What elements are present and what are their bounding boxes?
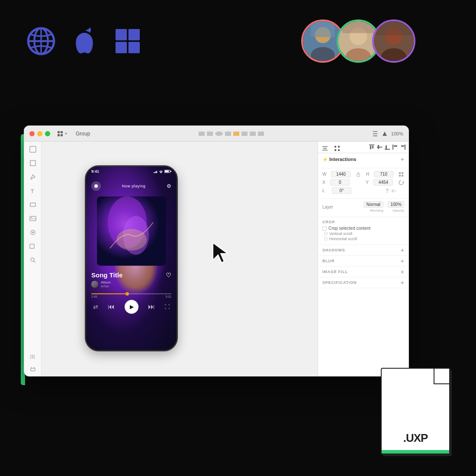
svg-rect-64 — [394, 145, 397, 147]
heart-button[interactable]: ♡ — [166, 272, 171, 279]
artist-row: Album Artist — [91, 280, 171, 288]
phone-settings-button[interactable]: ⚙ — [167, 183, 171, 189]
vertical-scroll-radio[interactable] — [324, 232, 328, 235]
minimize-button[interactable] — [37, 131, 42, 136]
svg-rect-66 — [401, 145, 404, 147]
song-title-text: Song Title — [91, 271, 122, 279]
svg-rect-43 — [170, 171, 171, 172]
layer-section: Layer Normal Blending 100% Opacity — [318, 199, 408, 217]
crop-title: CROP — [322, 220, 404, 224]
shadows-title: SHADOWS — [322, 248, 345, 252]
image-fill-section: IMAGE FILL + — [318, 267, 408, 277]
sidebar-image-tool[interactable] — [29, 214, 37, 223]
avatar-3[interactable] — [372, 19, 415, 63]
crop-selected-checkbox[interactable] — [322, 226, 327, 231]
sidebar-pen-tool[interactable] — [29, 173, 37, 181]
lock-icon[interactable] — [355, 171, 361, 177]
tab-distribute[interactable] — [333, 144, 341, 153]
svg-rect-70 — [399, 175, 401, 177]
progress-bar[interactable]: 2:45 5:01 — [91, 293, 171, 298]
playback-controls: ⇄ ⏮ ▶ ⏭ ⛶ — [91, 300, 171, 314]
blending-label: Blending — [370, 209, 383, 212]
shadows-header: SHADOWS + — [322, 247, 404, 254]
svg-rect-62 — [386, 145, 387, 149]
maximize-button[interactable] — [45, 131, 50, 136]
y-value[interactable]: 4454 — [373, 179, 393, 186]
align-middle-icon[interactable] — [376, 144, 383, 150]
rotation-value[interactable]: 0° — [332, 187, 351, 194]
sidebar-frame-tool[interactable] — [29, 159, 37, 167]
app-window: ▾ Group 100% — [24, 125, 409, 376]
horizontal-scroll-row[interactable]: Horizontal scroll — [324, 237, 404, 241]
shadows-add-button[interactable]: + — [401, 247, 404, 254]
svg-rect-61 — [385, 149, 390, 150]
specification-add-button[interactable]: + — [401, 279, 404, 286]
cursor-arrow — [210, 241, 232, 267]
align-top-icon[interactable] — [369, 144, 375, 150]
sidebar-text-tool[interactable]: T — [29, 187, 37, 195]
right-panel: ⚡ Interactions + W 1440 H 710 X — [318, 142, 408, 376]
svg-rect-71 — [402, 175, 403, 177]
shuffle-button[interactable]: ⇄ — [93, 303, 98, 310]
align-bottom-icon[interactable] — [384, 144, 390, 150]
svg-rect-60 — [378, 145, 379, 149]
phone-back-button[interactable] — [91, 181, 101, 191]
opacity-value[interactable]: 100% — [388, 201, 404, 208]
blur-add-button[interactable]: + — [401, 257, 404, 264]
fullscreen-button[interactable]: ⛶ — [164, 304, 170, 310]
horizontal-scroll-radio[interactable] — [324, 237, 328, 241]
svg-point-44 — [94, 184, 98, 188]
svg-rect-67 — [357, 174, 360, 177]
phone-status-bar: 9:41 — [86, 167, 177, 176]
height-value[interactable]: 710 — [374, 171, 393, 177]
flip-h-icon[interactable] — [385, 188, 390, 193]
sidebar-search-tool[interactable] — [29, 256, 37, 264]
svg-marker-24 — [383, 132, 387, 136]
interactions-add-button[interactable]: + — [401, 156, 404, 163]
image-fill-add-button[interactable]: + — [401, 268, 404, 275]
vertical-scroll-label: Vertical scroll — [329, 232, 352, 236]
platform-icons-group — [26, 26, 143, 56]
shadows-section: SHADOWS + — [318, 245, 408, 256]
blend-mode-value[interactable]: Normal — [363, 201, 383, 208]
tab-align[interactable] — [321, 144, 329, 153]
vertical-scroll-row[interactable]: Vertical scroll — [324, 232, 404, 236]
grid-icon[interactable] — [398, 171, 404, 177]
view-toggle[interactable]: ▾ — [57, 131, 67, 137]
crop-selected-row[interactable]: Crop selected content — [322, 226, 404, 231]
specification-title: SPECIFICATION — [322, 280, 357, 285]
play-pause-button[interactable]: ▶ — [125, 300, 138, 314]
album-art — [97, 196, 166, 266]
sidebar-component-tool[interactable] — [29, 228, 37, 237]
width-value[interactable]: 1440 — [331, 171, 351, 177]
svg-rect-11 — [311, 21, 334, 37]
flip-v-icon[interactable] — [391, 188, 396, 193]
svg-rect-55 — [338, 149, 340, 151]
align-left-icon[interactable] — [392, 144, 398, 150]
svg-rect-25 — [30, 146, 36, 152]
x-value[interactable]: 0 — [330, 179, 350, 186]
canvas-area[interactable]: 9:41 Now playing — [42, 142, 318, 376]
svg-rect-49 — [322, 146, 328, 147]
prev-button[interactable]: ⏮ — [108, 303, 115, 311]
sidebar-rect-tool[interactable] — [29, 200, 37, 209]
progress-dot[interactable] — [125, 292, 129, 296]
rotate-icon[interactable] — [398, 180, 404, 186]
sidebar-prototype-tool[interactable] — [29, 242, 37, 251]
svg-rect-53 — [338, 146, 340, 148]
specification-header: SPECIFICATION + — [322, 279, 404, 286]
svg-rect-15 — [342, 21, 374, 33]
x-label: X — [322, 180, 325, 185]
close-button[interactable] — [29, 131, 35, 136]
sidebar-plugin-tool[interactable] — [29, 364, 37, 373]
next-button[interactable]: ⏭ — [148, 303, 155, 311]
sidebar-select-tool[interactable] — [29, 145, 37, 154]
dimensions-section: W 1440 H 710 X 0 Y 4454 L 0° — [318, 168, 408, 199]
crop-section: CROP Crop selected content Vertical scro… — [318, 217, 408, 245]
specification-section: SPECIFICATION + — [318, 277, 408, 288]
sidebar-variable-tool[interactable]: {$} — [29, 352, 37, 360]
align-right-icon[interactable] — [400, 144, 406, 150]
svg-rect-6 — [116, 42, 127, 53]
svg-rect-52 — [334, 146, 336, 148]
blur-header: BLUR + — [322, 257, 404, 264]
